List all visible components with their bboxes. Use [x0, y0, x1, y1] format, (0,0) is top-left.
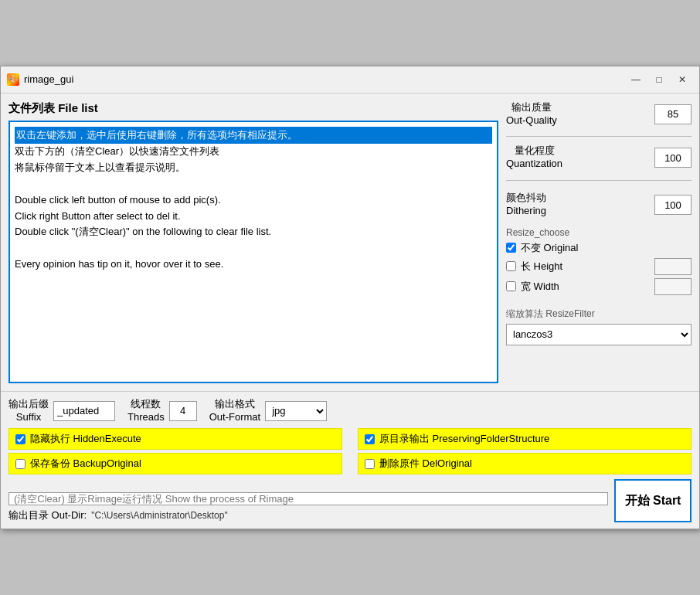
backup-label: 保存备份 BackupOriginal [30, 457, 141, 471]
titlebar-controls: — □ ✕ [625, 71, 693, 88]
resize-section: Resize_choose 不变 Original 长 Height 宽 Wid… [506, 227, 692, 298]
width-checkbox[interactable] [506, 281, 516, 291]
out-quality-row: 输出质量 Out-Quality [506, 101, 692, 128]
file-list-line-5: Click right Button after select to del i… [15, 209, 492, 225]
file-list-line-8: Every opinion has tip on it, hovor over … [15, 257, 492, 273]
titlebar: 🎨 rimage_gui — □ ✕ [1, 66, 699, 94]
height-checkbox[interactable] [506, 261, 516, 271]
backup-row: 保存备份 BackupOriginal [8, 453, 342, 474]
quantization-label: 量化程度 Quantization [506, 144, 562, 171]
file-list-line-2: 将鼠标停留于文本上以查看提示说明。 [15, 160, 492, 176]
close-button[interactable]: ✕ [671, 71, 693, 88]
width-label: 宽 Width [521, 280, 559, 294]
height-row: 长 Height [506, 258, 692, 275]
width-row: 宽 Width [506, 278, 692, 295]
titlebar-left: 🎨 rimage_gui [7, 73, 73, 86]
dithering-input[interactable] [654, 195, 692, 215]
resize-filter-section: 缩放算法 ResizeFilter lanczos3 nearest trian… [506, 308, 692, 345]
format-group: 输出格式 Out-Format jpg png webp avif [209, 398, 327, 424]
format-select[interactable]: jpg png webp avif [265, 401, 327, 421]
left-panel: 文件列表 File list 双击左键添加，选中后使用右键删除，所有选项均有相应… [8, 101, 498, 383]
dithering-label: 颜色抖动 Dithering [506, 192, 546, 218]
window-title: rimage_gui [24, 73, 73, 85]
width-input[interactable] [654, 278, 692, 295]
outdir-row: 输出目录 Out-Dir: "C:\Users\Administrator\De… [8, 508, 608, 522]
outdir-label: 输出目录 Out-Dir: [8, 508, 87, 522]
del-original-row: 删除原件 DelOriginal [358, 453, 692, 474]
out-quality-input[interactable] [654, 104, 692, 124]
checkbox-rows: 隐藏执行 HiddenExecute 原目录输出 PreservingFolde… [8, 428, 692, 474]
suffix-label: 输出后缀 Suffix [8, 398, 49, 424]
main-window: 🎨 rimage_gui — □ ✕ 文件列表 File list 双击左键添加… [0, 66, 700, 530]
separator-2 [506, 180, 692, 181]
hidden-execute-row: 隐藏执行 HiddenExecute [8, 428, 342, 450]
app-icon: 🎨 [7, 73, 19, 86]
status-start-wrapper: 输出目录 Out-Dir: "C:\Users\Administrator\De… [8, 479, 692, 522]
file-list-title: 文件列表 File list [8, 101, 498, 116]
original-checkbox[interactable] [506, 243, 516, 253]
del-original-label: 删除原件 DelOriginal [379, 457, 472, 471]
threads-input[interactable] [169, 401, 197, 421]
height-input[interactable] [654, 258, 692, 275]
del-original-checkbox[interactable] [365, 459, 375, 469]
status-col: 输出目录 Out-Dir: "C:\Users\Administrator\De… [8, 492, 608, 522]
resize-choose-label: Resize_choose [506, 227, 692, 238]
main-content: 文件列表 File list 双击左键添加，选中后使用右键删除，所有选项均有相应… [1, 94, 699, 391]
bottom-row1: 输出后缀 Suffix 线程数 Threads 输出格式 Out-Format [8, 398, 692, 424]
suffix-group: 输出后缀 Suffix [8, 398, 115, 424]
file-list-line-7 [15, 240, 492, 257]
original-label: 不变 Original [521, 241, 578, 255]
file-list-line-4: Double click left button of mouse to add… [15, 192, 492, 209]
out-quality-label: 输出质量 Out-Quality [506, 101, 557, 128]
bottom-bar: 输出后缀 Suffix 线程数 Threads 输出格式 Out-Format [1, 391, 699, 529]
quantization-row: 量化程度 Quantization [506, 144, 692, 171]
hidden-execute-label: 隐藏执行 HiddenExecute [30, 432, 141, 446]
threads-group: 线程数 Threads [127, 398, 197, 424]
preserving-label: 原目录输出 PreservingFolderStructure [379, 432, 549, 446]
hidden-execute-checkbox[interactable] [15, 434, 25, 444]
resize-filter-label: 缩放算法 ResizeFilter [506, 308, 692, 321]
height-label: 长 Height [521, 260, 562, 274]
threads-label: 线程数 Threads [127, 398, 165, 424]
separator-1 [506, 136, 692, 137]
resize-filter-select[interactable]: lanczos3 nearest triangle catmullrom gau… [506, 324, 692, 345]
file-list-box[interactable]: 双击左键添加，选中后使用右键删除，所有选项均有相应提示。 双击下方的（清空Cle… [8, 121, 498, 383]
minimize-button[interactable]: — [625, 71, 647, 88]
file-list-line-3 [15, 176, 492, 192]
right-panel: 输出质量 Out-Quality 量化程度 Quantization 颜色抖动 [506, 101, 692, 383]
format-label: 输出格式 Out-Format [209, 398, 260, 424]
dithering-row: 颜色抖动 Dithering [506, 192, 692, 218]
preserving-checkbox[interactable] [365, 434, 375, 444]
file-list-highlight: 双击左键添加，选中后使用右键删除，所有选项均有相应提示。 [15, 127, 492, 144]
quantization-input[interactable] [654, 148, 692, 168]
start-button[interactable]: 开始 Start [614, 479, 692, 522]
status-input[interactable] [8, 492, 608, 505]
preserving-row: 原目录输出 PreservingFolderStructure [358, 428, 692, 450]
outdir-value: "C:\Users\Administrator\Desktop" [91, 510, 228, 521]
original-row: 不变 Original [506, 241, 692, 255]
suffix-input[interactable] [53, 401, 115, 421]
backup-checkbox[interactable] [15, 459, 25, 469]
file-list-line-6: Double click "(清空Clear)" on the followin… [15, 224, 492, 240]
maximize-button[interactable]: □ [648, 71, 670, 88]
file-list-line-1: 双击下方的（清空Clear）以快速清空文件列表 [15, 144, 492, 160]
